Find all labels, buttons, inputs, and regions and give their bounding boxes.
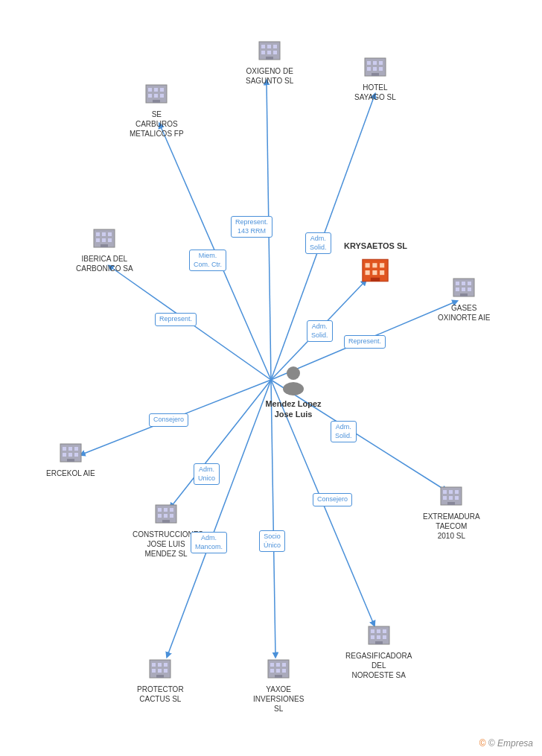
node-protector: PROTECTORCACTUS SL — [137, 655, 184, 704]
svg-rect-24 — [373, 61, 377, 65]
svg-rect-69 — [67, 459, 74, 462]
svg-rect-32 — [154, 88, 158, 92]
badge-adm-mancom: Adm.Mancom. — [191, 532, 227, 553]
svg-rect-44 — [108, 238, 112, 242]
node-oxigeno: OXIGENO DESAGUNTO SL — [246, 37, 293, 86]
svg-rect-51 — [373, 270, 377, 275]
svg-rect-91 — [158, 669, 162, 673]
svg-rect-81 — [455, 490, 459, 494]
building-icon-construcciones — [153, 501, 179, 527]
svg-rect-29 — [372, 73, 379, 76]
building-icon-gases — [450, 274, 477, 301]
label-regasificadora: REGASIFICADORADELNOROESTE SA — [345, 651, 412, 680]
badge-adm-unico: Adm.Unico — [194, 463, 220, 485]
svg-rect-74 — [158, 514, 162, 518]
svg-rect-66 — [63, 453, 66, 457]
label-yaxoe: YAXOEINVERSIONESSL — [253, 684, 304, 714]
label-hotel: HOTELSAYAGO SL — [354, 83, 396, 102]
node-krysaetos: KRYSAETOS SL — [344, 238, 407, 287]
svg-rect-72 — [164, 508, 168, 512]
svg-rect-64 — [68, 447, 72, 451]
svg-rect-97 — [282, 663, 286, 667]
svg-rect-16 — [267, 45, 271, 48]
label-construcciones: CONSTRUCCIONESJOSE LUISMENDEZ SL — [133, 530, 200, 559]
building-icon-oxigeno — [256, 37, 283, 64]
label-ercekol: ERCEKOL AIE — [46, 468, 95, 478]
svg-rect-55 — [456, 282, 459, 285]
svg-rect-63 — [63, 447, 66, 451]
badge-adm-solid-3: Adm.Solid. — [331, 421, 357, 442]
svg-rect-41 — [108, 232, 112, 236]
badge-consejero-1: Consejero — [149, 413, 188, 427]
svg-rect-21 — [266, 57, 273, 60]
svg-rect-61 — [460, 293, 468, 296]
svg-rect-45 — [101, 244, 108, 247]
svg-rect-79 — [443, 490, 447, 494]
building-icon-protector — [147, 655, 173, 682]
svg-rect-95 — [270, 663, 274, 667]
svg-rect-76 — [170, 514, 173, 518]
svg-rect-27 — [373, 67, 377, 71]
svg-rect-109 — [375, 641, 383, 644]
svg-rect-33 — [160, 88, 164, 92]
svg-rect-43 — [102, 238, 106, 242]
label-gases: GASESOXINORTE AIE — [438, 303, 490, 323]
badge-represent-3: Represent. — [344, 335, 386, 349]
svg-rect-103 — [371, 629, 374, 633]
svg-rect-36 — [160, 94, 164, 98]
svg-rect-23 — [367, 61, 371, 65]
svg-rect-20 — [273, 51, 277, 54]
center-person: Mendez Lopez Jose Luis — [256, 363, 331, 420]
svg-rect-34 — [148, 94, 152, 98]
node-iberica: IBERICA DELCARBONICO SA — [76, 225, 133, 273]
svg-rect-39 — [96, 232, 100, 236]
node-regasificadora: REGASIFICADORADELNOROESTE SA — [345, 622, 412, 680]
svg-rect-35 — [154, 94, 158, 98]
label-oxigeno: OXIGENO DESAGUNTO SL — [246, 66, 293, 86]
watermark-text: © Empresa — [488, 738, 533, 749]
svg-rect-37 — [153, 100, 160, 103]
building-icon-iberica — [91, 225, 118, 252]
svg-rect-80 — [449, 490, 453, 494]
svg-rect-101 — [275, 675, 282, 678]
node-secarburos: SECARBUROSMETALICOS FP — [130, 80, 184, 139]
svg-line-10 — [271, 380, 275, 655]
svg-rect-50 — [366, 270, 370, 275]
label-protector: PROTECTORCACTUS SL — [137, 684, 184, 704]
label-krysaetos-title: KRYSAETOS SL — [344, 241, 407, 251]
building-icon-hotel — [362, 54, 389, 80]
badge-represent-2: Represent. — [155, 313, 197, 326]
svg-rect-84 — [455, 496, 459, 500]
svg-rect-52 — [380, 270, 385, 275]
node-ercekol: ERCEKOL AIE — [46, 439, 95, 478]
svg-rect-56 — [462, 282, 465, 285]
svg-rect-25 — [379, 61, 383, 65]
badge-represent-143rrm: Represent.143 RRM — [231, 216, 272, 238]
svg-rect-47 — [366, 264, 370, 268]
svg-point-12 — [287, 366, 300, 380]
badge-miem-com-ctr: Miem.Com. Ctr. — [189, 250, 226, 271]
badge-adm-solid-1: Adm.Solid. — [305, 232, 331, 254]
person-icon — [277, 363, 310, 396]
svg-rect-26 — [367, 67, 371, 71]
svg-rect-85 — [447, 502, 455, 505]
svg-rect-60 — [468, 288, 471, 291]
svg-rect-99 — [276, 669, 280, 673]
node-gases: GASESOXINORTE AIE — [438, 274, 490, 323]
svg-rect-106 — [371, 635, 374, 639]
node-hotel: HOTELSAYAGO SL — [354, 54, 396, 102]
badge-consejero-2: Consejero — [313, 493, 352, 506]
svg-rect-87 — [152, 663, 156, 667]
svg-rect-100 — [282, 669, 286, 673]
svg-rect-92 — [164, 669, 168, 673]
building-icon-extremadura — [438, 483, 465, 509]
svg-rect-17 — [273, 45, 277, 48]
svg-rect-108 — [383, 635, 386, 639]
watermark: © © Empresa — [479, 738, 533, 749]
svg-rect-77 — [162, 520, 170, 523]
building-icon-krysaetos — [359, 254, 392, 287]
label-iberica: IBERICA DELCARBONICO SA — [76, 254, 133, 273]
svg-rect-65 — [74, 447, 78, 451]
badge-socio-unico: SocioÚnico — [259, 530, 285, 552]
building-icon-regasificadora — [366, 622, 392, 649]
